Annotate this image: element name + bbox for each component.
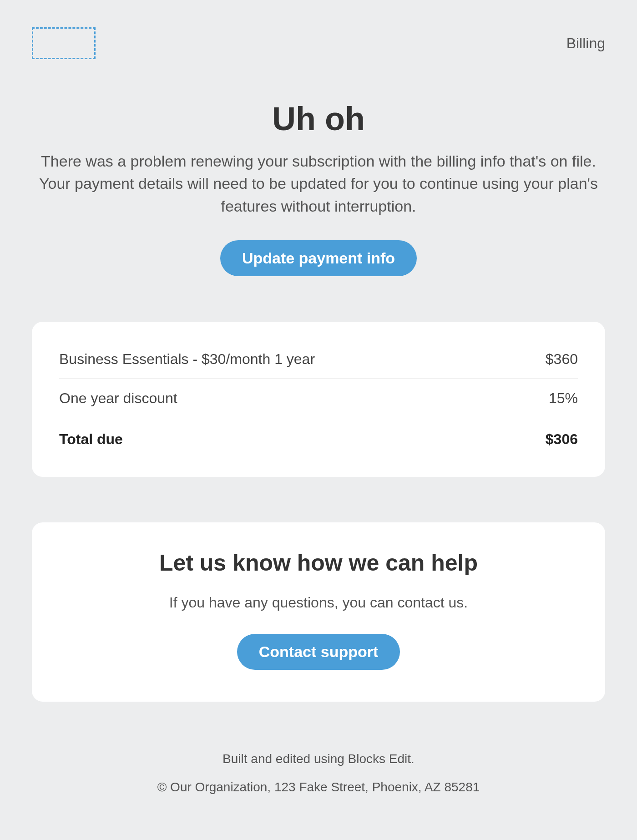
billing-card: Business Essentials - $30/month 1 year $… xyxy=(32,322,605,477)
footer-address: © Our Organization, 123 Fake Street, Pho… xyxy=(32,780,605,794)
footer-credit: Built and edited using Blocks Edit. xyxy=(32,752,605,766)
hero-section: Uh oh There was a problem renewing your … xyxy=(32,100,605,276)
help-card: Let us know how we can help If you have … xyxy=(32,522,605,702)
contact-support-button[interactable]: Contact support xyxy=(237,634,400,670)
billing-row: Business Essentials - $30/month 1 year $… xyxy=(59,340,578,379)
hero-body: There was a problem renewing your subscr… xyxy=(36,150,601,218)
billing-item-value: $360 xyxy=(546,351,578,368)
billing-item-value: 15% xyxy=(549,390,578,407)
footer: Built and edited using Blocks Edit. © Ou… xyxy=(32,752,605,794)
billing-total-label: Total due xyxy=(59,431,123,448)
header-label: Billing xyxy=(566,35,605,52)
billing-item-label: Business Essentials - $30/month 1 year xyxy=(59,351,315,368)
billing-total-value: $306 xyxy=(546,431,578,448)
help-body: If you have any questions, you can conta… xyxy=(59,594,578,611)
help-title: Let us know how we can help xyxy=(59,550,578,576)
billing-row: One year discount 15% xyxy=(59,379,578,418)
update-payment-button[interactable]: Update payment info xyxy=(220,240,417,276)
billing-item-label: One year discount xyxy=(59,390,177,407)
header: Billing xyxy=(32,27,605,59)
logo-placeholder xyxy=(32,27,96,59)
hero-title: Uh oh xyxy=(32,100,605,137)
billing-total-row: Total due $306 xyxy=(59,418,578,459)
